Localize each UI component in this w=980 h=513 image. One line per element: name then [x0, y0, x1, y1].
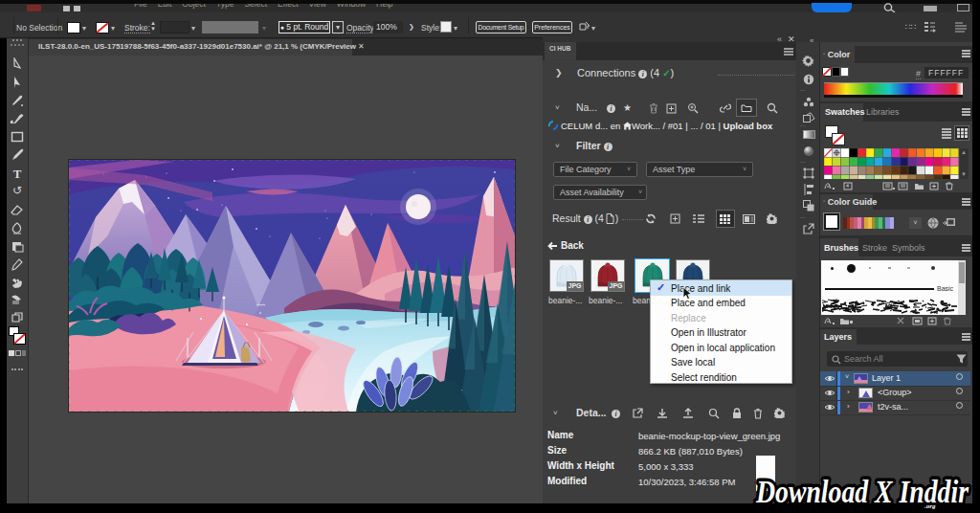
svg-text:Download X Inddir: Download X Inddir — [755, 475, 969, 509]
svg-text:.org: .org — [924, 502, 936, 510]
